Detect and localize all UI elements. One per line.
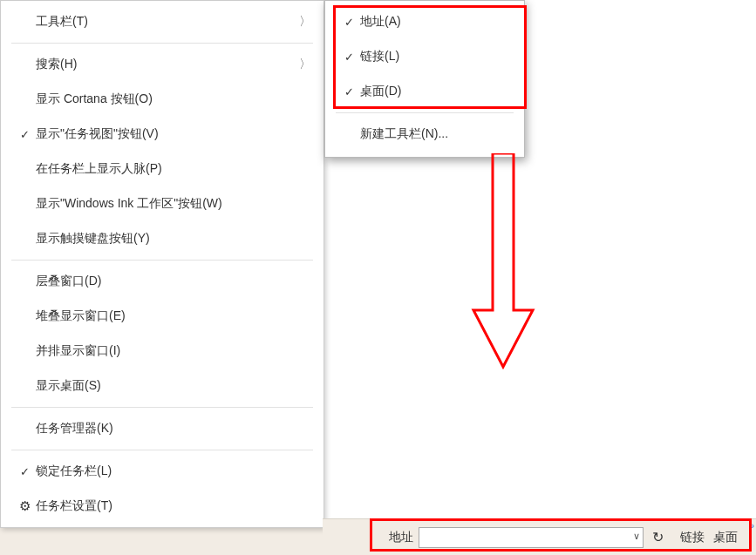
taskbar: 地址 ∨ ↻ 链接 桌面 » — [323, 518, 756, 555]
menu-label-touchkb: 显示触摸键盘按钮(Y) — [36, 231, 311, 247]
taskbar-links-item[interactable]: 链接 — [680, 530, 705, 545]
refresh-icon: ↻ — [652, 529, 664, 545]
menu-label-cortana: 显示 Cortana 按钮(O) — [36, 91, 311, 107]
menu-label-search: 搜索(H) — [36, 57, 294, 72]
menu-item-showdesktop[interactable]: 显示桌面(S) — [1, 369, 324, 403]
menu-label-ink: 显示"Windows Ink 工作区"按钮(W) — [36, 196, 311, 212]
menu-label-people: 在任务栏上显示人脉(P) — [36, 161, 311, 177]
menu-item-touchkb[interactable]: 显示触摸键盘按钮(Y) — [1, 221, 324, 256]
annotation-arrow-icon — [468, 153, 538, 389]
chevron-right-icon: 〉 — [294, 14, 311, 30]
menu-item-people[interactable]: 在任务栏上显示人脉(P) — [1, 152, 324, 186]
menu-item-cascade[interactable]: 层叠窗口(D) — [1, 264, 324, 299]
menu-separator — [11, 450, 313, 450]
check-icon: ✓ — [337, 51, 360, 64]
menu-separator — [11, 43, 313, 44]
menu-label-taskmgr: 任务管理器(K) — [36, 421, 311, 437]
toolbar-submenu: ✓ 地址(A) ✓ 链接(L) ✓ 桌面(D) 新建工具栏(N)... — [324, 0, 525, 158]
check-icon: ✓ — [337, 85, 360, 98]
sub-label-newtoolbar: 新建工具栏(N)... — [360, 126, 512, 142]
check-icon: ✓ — [337, 16, 360, 29]
menu-item-search[interactable]: 搜索(H) 〉 — [1, 47, 324, 82]
gear-icon: ⚙ — [13, 498, 36, 514]
menu-item-ink[interactable]: 显示"Windows Ink 工作区"按钮(W) — [1, 186, 324, 221]
sub-item-address[interactable]: ✓ 地址(A) — [325, 4, 524, 39]
sub-label-links: 链接(L) — [360, 49, 512, 64]
sub-item-links[interactable]: ✓ 链接(L) — [325, 39, 524, 74]
menu-label-settings: 任务栏设置(T) — [36, 498, 311, 514]
overflow-chevron-icon[interactable]: » — [749, 521, 754, 531]
menu-label-taskview: 显示"任务视图"按钮(V) — [36, 126, 311, 142]
address-label: 地址 — [389, 530, 413, 545]
submenu-separator — [336, 112, 514, 113]
menu-label-toolbar: 工具栏(T) — [36, 14, 294, 30]
taskbar-desktop-item[interactable]: 桌面 — [713, 530, 738, 545]
menu-separator — [11, 407, 313, 408]
menu-item-stacked[interactable]: 堆叠显示窗口(E) — [1, 299, 324, 334]
sub-item-newtoolbar[interactable]: 新建工具栏(N)... — [325, 117, 524, 152]
check-icon: ✓ — [13, 128, 36, 141]
menu-item-cortana[interactable]: 显示 Cortana 按钮(O) — [1, 82, 324, 117]
taskbar-context-menu: 工具栏(T) 〉 搜索(H) 〉 显示 Cortana 按钮(O) ✓ 显示"任… — [0, 0, 324, 528]
menu-label-stacked: 堆叠显示窗口(E) — [36, 308, 311, 324]
sub-label-address: 地址(A) — [360, 14, 512, 30]
menu-item-taskmgr[interactable]: 任务管理器(K) — [1, 411, 324, 446]
sub-label-desktop: 桌面(D) — [360, 84, 512, 99]
menu-label-showdesktop: 显示桌面(S) — [36, 378, 311, 394]
menu-label-sidebyside: 并排显示窗口(I) — [36, 343, 311, 359]
menu-separator — [11, 260, 313, 261]
taskbar-toolbar-items: 链接 桌面 — [680, 530, 738, 545]
address-input[interactable]: ∨ — [419, 527, 644, 548]
sub-item-desktop[interactable]: ✓ 桌面(D) — [325, 74, 524, 109]
menu-label-cascade: 层叠窗口(D) — [36, 274, 311, 289]
check-icon: ✓ — [13, 465, 36, 478]
menu-label-lock: 锁定任务栏(L) — [36, 464, 311, 479]
menu-item-taskview[interactable]: ✓ 显示"任务视图"按钮(V) — [1, 117, 324, 152]
menu-item-sidebyside[interactable]: 并排显示窗口(I) — [1, 334, 324, 369]
refresh-button[interactable]: ↻ — [647, 527, 668, 548]
chevron-down-icon[interactable]: ∨ — [633, 531, 640, 542]
menu-item-settings[interactable]: ⚙ 任务栏设置(T) — [1, 489, 324, 524]
menu-item-lock[interactable]: ✓ 锁定任务栏(L) — [1, 454, 324, 489]
menu-item-toolbar[interactable]: 工具栏(T) 〉 — [1, 4, 324, 39]
chevron-right-icon: 〉 — [294, 57, 311, 72]
